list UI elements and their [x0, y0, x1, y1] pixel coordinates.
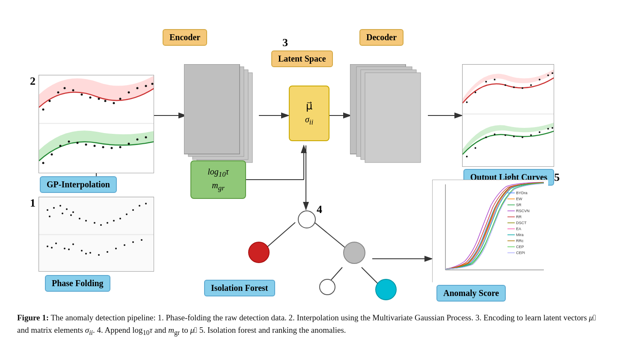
gp-chart	[39, 75, 154, 173]
svg-point-48	[68, 249, 70, 250]
svg-point-46	[141, 239, 142, 241]
svg-point-21	[79, 218, 80, 219]
svg-point-102	[475, 147, 476, 149]
svg-point-60	[113, 102, 115, 104]
svg-point-110	[547, 128, 549, 130]
svg-point-70	[68, 141, 70, 143]
svg-point-44	[124, 244, 125, 246]
svg-point-65	[151, 83, 154, 85]
tree-node-cyan	[375, 279, 397, 300]
svg-rect-87	[365, 73, 421, 163]
step3-label: 3	[282, 36, 288, 49]
svg-rect-100	[463, 114, 554, 167]
step4-label: 4	[317, 203, 322, 216]
svg-point-69	[59, 145, 62, 147]
svg-point-43	[115, 248, 117, 249]
svg-point-28	[126, 213, 128, 215]
svg-point-72	[85, 144, 87, 146]
encoder-stack	[184, 64, 259, 171]
svg-point-55	[72, 89, 74, 92]
svg-point-111	[552, 127, 553, 129]
encoder-label: Encoder	[163, 29, 207, 46]
svg-point-22	[85, 220, 87, 222]
svg-text:RR: RR	[516, 215, 522, 219]
svg-point-27	[119, 218, 121, 219]
logtau-symbol: log10τ	[208, 167, 228, 179]
step5-label: 5	[554, 171, 560, 184]
svg-point-95	[522, 87, 523, 89]
svg-point-91	[485, 81, 487, 83]
svg-rect-88	[463, 65, 554, 114]
svg-point-61	[119, 98, 122, 100]
svg-point-56	[81, 94, 83, 96]
svg-point-19	[66, 208, 68, 210]
step1-label: 1	[30, 197, 36, 210]
phase-folding-chart	[39, 197, 154, 272]
svg-text:RRc: RRc	[516, 239, 524, 243]
tree-node-white	[319, 279, 335, 295]
svg-point-104	[494, 133, 495, 135]
diagram: 1 2 3 4 5	[17, 13, 609, 304]
svg-text:EA: EA	[516, 227, 521, 231]
svg-point-39	[81, 250, 83, 252]
svg-point-89	[466, 101, 468, 103]
mgr-symbol: mgr	[212, 181, 224, 192]
svg-point-99	[552, 72, 553, 74]
svg-point-45	[132, 241, 134, 243]
svg-point-71	[77, 142, 79, 144]
svg-point-75	[111, 147, 113, 149]
tree-node-grey	[343, 242, 365, 264]
svg-point-74	[102, 146, 104, 148]
svg-point-53	[57, 92, 59, 94]
svg-point-30	[139, 205, 140, 207]
svg-point-67	[42, 162, 45, 164]
svg-text:DSCT: DSCT	[516, 221, 527, 225]
svg-point-47	[51, 247, 53, 249]
svg-point-77	[128, 143, 130, 145]
figure-caption: Figure 1: The anomaly detection pipeline…	[17, 311, 608, 338]
output-chart	[462, 64, 554, 167]
isolation-forest-label: Isolation Forest	[204, 280, 275, 296]
logtau-box: log10τ mgr	[190, 160, 246, 199]
svg-point-63	[136, 87, 139, 89]
svg-point-49	[85, 253, 87, 255]
svg-point-64	[145, 85, 147, 87]
caption-text: Figure 1: The anomaly detection pipeline…	[17, 313, 596, 334]
svg-point-32	[49, 216, 50, 217]
svg-point-52	[49, 100, 51, 102]
svg-point-97	[539, 79, 540, 80]
anomaly-chart: BYDra EW SR RSCVN RR DSCT EA Mira RRc CE…	[432, 180, 548, 282]
svg-point-96	[530, 84, 532, 86]
svg-rect-83	[184, 64, 240, 154]
svg-point-73	[94, 145, 96, 147]
svg-point-23	[94, 222, 95, 224]
svg-point-98	[547, 74, 549, 76]
svg-point-101	[466, 156, 468, 157]
svg-point-34	[70, 214, 72, 216]
svg-text:SR: SR	[516, 203, 522, 207]
svg-point-58	[98, 98, 100, 100]
svg-point-90	[475, 92, 476, 93]
tree-node-red	[248, 242, 270, 263]
svg-text:CEP: CEP	[516, 245, 524, 249]
svg-point-92	[494, 79, 495, 80]
svg-point-79	[145, 136, 147, 139]
svg-point-38	[72, 243, 74, 245]
svg-point-109	[539, 131, 540, 133]
svg-text:EW: EW	[516, 197, 522, 201]
svg-point-26	[113, 220, 115, 222]
svg-point-62	[128, 92, 130, 94]
svg-text:RSCVN: RSCVN	[516, 209, 530, 213]
svg-point-59	[104, 100, 107, 102]
decoder-stack	[350, 64, 425, 171]
svg-point-106	[513, 136, 515, 137]
svg-point-103	[485, 136, 487, 138]
svg-point-35	[47, 246, 48, 247]
sigma-symbol: σii	[305, 115, 313, 127]
tree-node-root	[298, 210, 316, 228]
decoder-label: Decoder	[359, 29, 403, 46]
svg-point-20	[72, 211, 74, 213]
svg-point-24	[100, 224, 102, 226]
svg-point-93	[504, 84, 506, 86]
svg-point-68	[51, 154, 53, 156]
